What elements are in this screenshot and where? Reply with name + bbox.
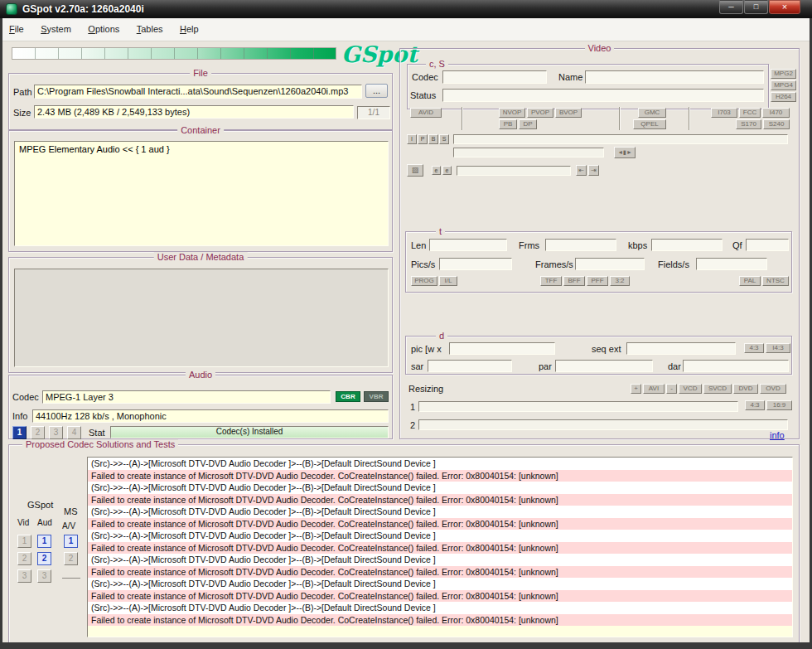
menu-tables[interactable]: Tables — [130, 18, 170, 41]
flag-cell-fourcc: I703 FCC I470 S170 S240 — [689, 107, 792, 130]
solutions-group-title: Proposed Codec Solutions and Tests — [22, 439, 178, 450]
dimensions-group-title: d — [436, 331, 447, 341]
close-button[interactable]: × — [769, 0, 800, 14]
timing-group-title: t — [436, 226, 445, 237]
ms-test-1-button[interactable]: 1 — [64, 535, 78, 548]
par-label: par — [539, 361, 552, 371]
frame-type-p: P — [418, 134, 428, 144]
browse-button[interactable]: ... — [365, 84, 388, 98]
aud-test-1-button[interactable]: 1 — [37, 535, 51, 548]
dar-label: dar — [668, 361, 681, 371]
resize-ar-4-3-button[interactable]: 4:3 — [745, 400, 765, 410]
pic-size-label: pic [w x — [411, 344, 442, 354]
codec-flags-strip: AVID NVOP PVOP BVOP PB DP GMC QPEL I703 … — [405, 107, 792, 130]
resizing-label: Resizing — [408, 384, 443, 394]
pics-label: Pics/s — [411, 259, 435, 269]
resize-svcd-button[interactable]: SVCD — [703, 384, 732, 394]
vid-test-3-button[interactable]: 3 — [17, 569, 31, 583]
app-icon — [6, 3, 17, 15]
avid-flag: AVID — [410, 108, 442, 118]
metadata-area — [14, 269, 389, 367]
seq-ext-label: seq ext — [592, 344, 621, 354]
log-line: Failed to create instance of Microsoft D… — [88, 542, 792, 555]
pic-size-field — [449, 342, 555, 355]
frames-field — [575, 258, 645, 270]
audio-test-2-button[interactable]: 2 — [31, 426, 45, 439]
metadata-group-title: User Data / Metadata — [154, 252, 248, 263]
menu-options[interactable]: Options — [81, 18, 126, 41]
kbps-label: kbps — [628, 240, 647, 250]
aud-test-3-button[interactable]: 3 — [37, 569, 51, 583]
av-col-label: A/V — [62, 521, 75, 530]
i470-flag: I470 — [762, 108, 790, 118]
sar-field — [428, 360, 512, 372]
log-line: (Src)->>--(A)->[Microsoft DTV-DVD Audio … — [88, 530, 792, 542]
menu-file[interactable]: File — [2, 18, 31, 41]
s240-flag: S240 — [763, 119, 790, 129]
log-line: Failed to create instance of Microsoft D… — [88, 518, 792, 530]
video-group: Video c, S Codec Name Status MPG2 MPG4 H… — [399, 48, 800, 439]
dimensions-group: d pic [w x seq ext 4:3 I4:3 sar par dar — [405, 336, 792, 375]
ms-test-2-button[interactable]: 2 — [64, 552, 78, 565]
minimize-button[interactable]: ─ — [719, 0, 743, 14]
resize-plus-button[interactable]: + — [631, 384, 641, 394]
menu-system[interactable]: System — [34, 18, 78, 41]
audio-group-title: Audio — [186, 370, 215, 380]
qf-label: Qf — [732, 240, 742, 250]
mpg2-indicator: MPG2 — [771, 69, 796, 79]
frame-type-s: S — [439, 134, 449, 144]
fcc-flag: FCC — [739, 108, 761, 118]
metadata-group: User Data / Metadata — [8, 257, 393, 373]
qpel-flag: QPEL — [633, 119, 666, 129]
vbr-badge: VBR — [364, 391, 389, 402]
solutions-group: Proposed Codec Solutions and Tests GSpot… — [8, 444, 800, 643]
resize-row1-field — [418, 401, 738, 412]
seek-button[interactable]: ◄▮► — [614, 147, 636, 158]
size-field: 2.43 MB (2,489 KB / 2,549,133 bytes) — [34, 105, 354, 119]
dp-flag: DP — [519, 119, 537, 129]
codec-status-group-title: c, S — [426, 59, 448, 70]
container-text: MPEG Elementary Audio << { 1 aud } — [14, 141, 389, 246]
vid-test-2-button[interactable]: 2 — [17, 552, 31, 565]
audio-test-1-button[interactable]: 1 — [12, 426, 27, 439]
len-label: Len — [411, 240, 426, 250]
codec-progress-bar — [12, 47, 336, 60]
frame-type-i: I — [407, 134, 417, 144]
resize-dvd-button[interactable]: DVD — [733, 384, 758, 394]
file-group-title: File — [190, 68, 211, 79]
resize-ovd-button[interactable]: OVD — [760, 384, 786, 394]
interlace-e2: e — [442, 166, 452, 175]
s170-flag: S170 — [736, 119, 761, 129]
log-line: (Src)->>--(A)->[Microsoft DTV-DVD Audio … — [88, 458, 792, 470]
ms-col-label: MS — [64, 506, 78, 516]
vid-test-1-button[interactable]: 1 — [17, 535, 31, 548]
snapshot-icon[interactable]: ▨ — [407, 164, 423, 177]
aud-test-2-button[interactable]: 2 — [37, 552, 51, 565]
pb-flag: PB — [499, 119, 517, 129]
video-status-label: Status — [410, 90, 436, 100]
frame-type-b: B — [428, 134, 438, 144]
step-forward-button[interactable]: ⇥ — [588, 165, 599, 176]
resize-avi-button[interactable]: AVI — [643, 384, 665, 394]
menu-help[interactable]: Help — [173, 18, 205, 41]
audio-test-4-button[interactable]: 4 — [67, 426, 81, 439]
log-line: Failed to create instance of Microsoft D… — [88, 614, 792, 627]
path-field[interactable]: C:\Program Files\Snowball Interacti...at… — [34, 85, 362, 99]
log-line: Failed to create instance of Microsoft D… — [88, 566, 792, 579]
resize-vcd-button[interactable]: VCD — [679, 384, 702, 394]
resize-minus-button[interactable]: - — [666, 384, 677, 394]
qf-field — [746, 239, 789, 251]
maximize-button[interactable]: □ — [744, 0, 768, 14]
step-back-button[interactable]: ⇤ — [576, 165, 587, 176]
audio-test-3-button[interactable]: 3 — [49, 426, 63, 439]
ar-4-3-indicator: 4:3 — [744, 343, 764, 353]
info-link[interactable]: info — [770, 430, 785, 440]
frame-bar-3 — [457, 166, 571, 176]
timing-group: t Len Frms kbps Qf Pics/s Frames/s Field… — [405, 231, 792, 293]
resize-ar-16-9-button[interactable]: 16:9 — [766, 400, 792, 410]
audio-info-field: 44100Hz 128 kb/s , Monophonic — [32, 409, 389, 423]
pff-indicator: PFF — [587, 276, 608, 286]
window-bottom-border — [0, 642, 812, 649]
stat-label: Stat — [89, 428, 105, 438]
frames-label: Frames/s — [535, 259, 573, 269]
